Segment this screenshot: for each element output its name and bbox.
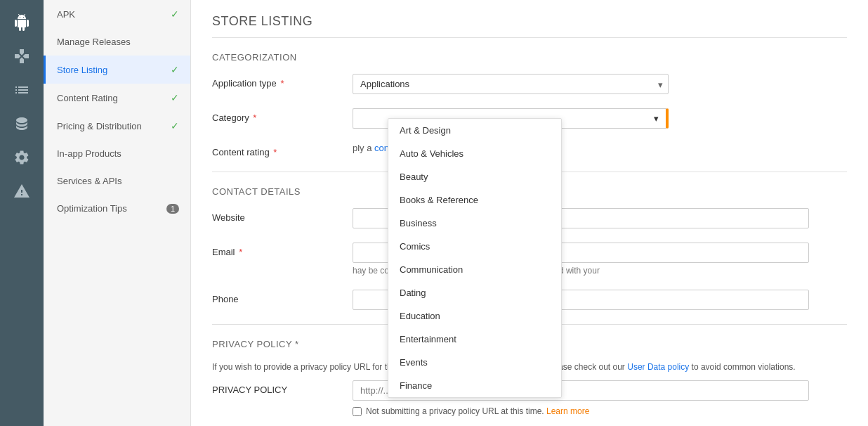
no-privacy-policy-row: Not submitting a privacy policy URL at t… bbox=[353, 406, 847, 416]
dropdown-item-dating[interactable]: Dating bbox=[388, 281, 561, 304]
main-content: STORE LISTING CATEGORIZATION Application… bbox=[191, 0, 868, 426]
category-chevron-icon: ▾ bbox=[654, 113, 659, 124]
application-type-row: Application type * Applications Games bbox=[212, 74, 847, 94]
nav-label-content-rating: Content Rating bbox=[57, 93, 118, 103]
gear-icon[interactable] bbox=[6, 142, 37, 173]
nav-label-store-listing: Store Listing bbox=[57, 65, 107, 75]
sidebar-item-store-listing[interactable]: Store Listing ✓ bbox=[44, 56, 190, 84]
email-label: Email * bbox=[212, 243, 353, 257]
optimization-badge: 1 bbox=[166, 204, 179, 214]
application-type-control: Applications Games bbox=[353, 74, 847, 94]
android-icon[interactable] bbox=[6, 7, 37, 38]
dropdown-item-communication[interactable]: Communication bbox=[388, 258, 561, 281]
dropdown-item-entertainment[interactable]: Entertainment bbox=[388, 328, 561, 351]
sidebar-item-optimization-tips[interactable]: Optimization Tips 1 bbox=[44, 195, 190, 222]
learn-more-link[interactable]: Learn more bbox=[546, 406, 589, 416]
privacy-policy-label: PRIVACY POLICY bbox=[212, 380, 353, 395]
category-label: Category * bbox=[212, 108, 353, 123]
dropdown-item-auto-vehicles[interactable]: Auto & Vehicles bbox=[388, 142, 561, 165]
page-title: STORE LISTING bbox=[212, 14, 847, 38]
application-type-select-wrapper: Applications Games bbox=[353, 74, 669, 94]
nav-label-pricing-distribution: Pricing & Distribution bbox=[57, 121, 142, 131]
list-icon[interactable] bbox=[6, 75, 37, 105]
check-icon-pricing-distribution: ✓ bbox=[171, 120, 179, 131]
dropdown-item-events[interactable]: Events bbox=[388, 351, 561, 374]
dropdown-item-comics[interactable]: Comics bbox=[388, 235, 561, 258]
no-privacy-policy-label: Not submitting a privacy policy URL at t… bbox=[366, 406, 589, 416]
database-icon[interactable] bbox=[6, 108, 37, 139]
categorization-title: CATEGORIZATION bbox=[212, 52, 847, 63]
website-label: Website bbox=[212, 208, 353, 223]
sidebar-item-pricing-distribution[interactable]: Pricing & Distribution ✓ bbox=[44, 112, 190, 140]
phone-label: Phone bbox=[212, 290, 353, 304]
sidebar-item-content-rating[interactable]: Content Rating ✓ bbox=[44, 84, 190, 112]
dropdown-item-beauty[interactable]: Beauty bbox=[388, 165, 561, 188]
application-type-select[interactable]: Applications Games bbox=[353, 74, 669, 94]
dropdown-item-education[interactable]: Education bbox=[388, 304, 561, 328]
no-privacy-policy-checkbox[interactable] bbox=[353, 407, 362, 416]
nav-label-apk: APK bbox=[57, 9, 75, 20]
sidebar bbox=[0, 0, 44, 426]
nav-label-optimization-tips: Optimization Tips bbox=[57, 203, 127, 214]
sidebar-item-services-apis[interactable]: Services & APIs bbox=[44, 167, 190, 195]
dropdown-item-finance[interactable]: Finance bbox=[388, 374, 561, 397]
sidebar-item-apk[interactable]: APK ✓ bbox=[44, 0, 190, 28]
sidebar-item-manage-releases[interactable]: Manage Releases bbox=[44, 28, 190, 56]
nav-label-manage-releases: Manage Releases bbox=[57, 37, 131, 47]
check-icon-store-listing: ✓ bbox=[171, 64, 179, 75]
gamepad-icon[interactable] bbox=[6, 41, 37, 72]
category-dropdown: Art & Design Auto & Vehicles Beauty Book… bbox=[388, 118, 562, 398]
nav-panel: APK ✓ Manage Releases Store Listing ✓ Co… bbox=[44, 0, 191, 426]
sidebar-item-inapp-products[interactable]: In-app Products bbox=[44, 140, 190, 167]
check-icon-apk: ✓ bbox=[171, 8, 179, 20]
user-data-policy-link[interactable]: User Data policy bbox=[627, 362, 689, 372]
warning-icon[interactable] bbox=[6, 176, 37, 207]
nav-label-services-apis: Services & APIs bbox=[57, 176, 121, 186]
dropdown-item-art-design[interactable]: Art & Design bbox=[388, 119, 561, 142]
content-rating-label: Content rating * bbox=[212, 143, 353, 157]
application-type-label: Application type * bbox=[212, 74, 353, 89]
nav-label-inapp-products: In-app Products bbox=[57, 148, 121, 159]
check-icon-content-rating: ✓ bbox=[171, 92, 179, 103]
dropdown-item-business[interactable]: Business bbox=[388, 212, 561, 235]
dropdown-item-books-reference[interactable]: Books & Reference bbox=[388, 188, 561, 212]
